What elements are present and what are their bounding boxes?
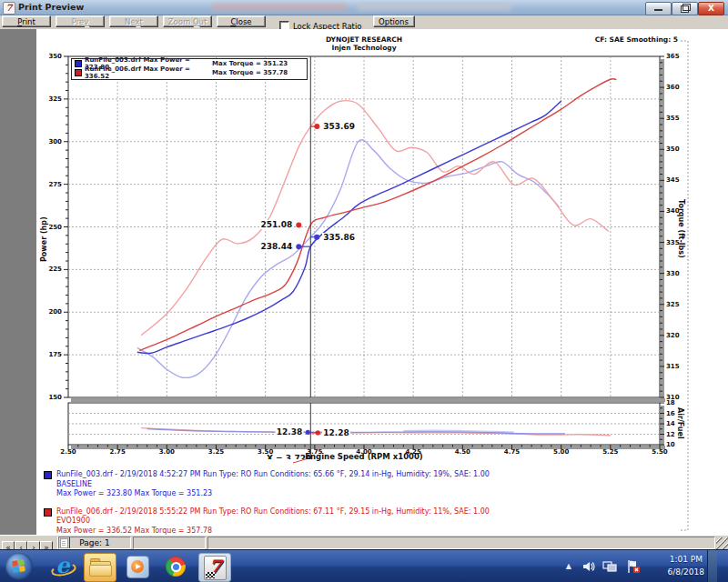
toolbar-button-options[interactable]: Options [373,15,415,27]
run-swatch [44,508,52,517]
y-axis-label-airfuel: Air/Fuel [676,407,684,439]
rpm-tick-label: 3.00 [159,448,175,456]
run-name: BASELINE [56,480,490,490]
airfuel-tick-label: 16 [666,410,675,417]
airfuel-tick-label: 18 [666,399,675,406]
rpm-tick-label: 5.00 [553,448,569,456]
rpm-tick-label: 5.25 [602,448,618,456]
chart-subtitle: Injen Technology [331,44,396,52]
taskbar: e 7 ▲ [0,549,728,582]
callout-value: 251.08 [260,220,294,229]
rpm-tick-label: 4.50 [455,448,470,456]
titlebar-redacted-text [357,4,511,11]
chart-correction-note: CF: SAE Smoothing: 5 [595,35,678,44]
window-titlebar: 7 Print Preview X [0,0,728,15]
torque-tick-label: 315 [666,363,680,370]
network-icon[interactable] [602,560,617,573]
toolbar-button-next[interactable]: Next [109,15,158,27]
torque-tick-label: 335 [666,239,680,246]
power-tick-label: 225 [48,266,62,273]
window-title: Print Preview [18,2,84,12]
checkered-flag-icon [206,572,215,578]
restore-button[interactable] [672,2,698,15]
torque-tick-label: 365 [666,53,680,60]
media-player-icon [126,556,149,578]
run-info: RunFile_003.drf - 2/19/2018 4:52:27 PM R… [44,470,490,499]
statusbar: «‹›» Page: 1 [0,535,728,550]
print-preview-toolbar: PrintPrevNextZoom OutCloseLock Aspect Ra… [0,15,728,30]
play-icon [131,560,144,573]
torque-tick-label: 345 [666,176,680,184]
run-info: RunFile_006.drf - 2/19/2018 5:55:22 PM R… [44,507,490,537]
page-indicator: Page: 1 [58,537,131,549]
callout-value: 12.38 [276,427,303,436]
torque-tick-label: 360 [666,84,680,91]
close-icon: X [699,3,723,15]
toolbar-button-print[interactable]: Print [2,15,51,27]
windows-logo-icon [12,559,26,574]
toolbar-button-prev[interactable]: Prev [56,15,105,27]
torque-tick-label: 355 [666,115,680,122]
close-button[interactable]: X [698,2,724,15]
resize-grip[interactable] [716,537,728,549]
rpm-tick-label: 4.75 [504,448,520,456]
run-header: RunFile_006.drf - 2/19/2018 5:55:22 PM R… [56,507,490,517]
airfuel-tick-label: 12 [666,431,675,438]
legend-torque: Max Torque = 351.23 [212,60,288,67]
torque-tick-label: 330 [666,270,680,277]
torque-tick-label: 340 [666,207,680,215]
legend-swatch [75,60,82,67]
power-tick-label: 300 [48,138,62,146]
legend-row: RunFile_006.drf Max Power = 336.52Max To… [72,68,307,77]
rpm-tick-label: 5.50 [652,448,667,456]
cursor-x-readout: X = 3.729 [267,454,311,459]
preview-background [0,29,36,535]
folder-icon [89,565,112,577]
y-axis-label-power: Power (hp) [40,216,48,262]
chart-legend: RunFile_003.drf Max Power = 323.80Max To… [71,58,308,80]
run-swatch [44,471,52,479]
callout-value: 238.44 [260,242,294,251]
taskbar-item-winpep7[interactable]: 7 [198,553,231,582]
taskbar-item-internet-explorer[interactable]: e [47,553,78,580]
run-header: RunFile_003.drf - 2/19/2018 4:52:27 PM R… [56,470,490,480]
airfuel-tick-label: 14 [666,420,675,427]
rpm-tick-label: 2.75 [110,448,126,456]
power-tick-label: 325 [48,95,62,103]
run-name: EVO1900 [56,517,490,527]
run-info-block: RunFile_003.drf - 2/19/2018 4:52:27 PM R… [44,470,490,544]
rpm-tick-label: 2.50 [60,448,76,456]
start-button[interactable] [5,553,33,580]
callout-value: 12.28 [322,428,349,437]
taskbar-clock[interactable]: 1:01 PM 6/8/2018 [668,553,704,578]
legend-torque: Max Torque = 357.78 [212,69,288,76]
winpep7-icon: 7 [204,556,227,580]
toolbar-button-zoom-out[interactable]: Zoom Out [163,15,212,27]
rpm-tick-label: 3.25 [208,448,224,456]
torque-tick-label: 320 [666,332,680,339]
power-tick-label: 200 [48,308,62,316]
hidden-icons-arrow[interactable]: ▲ [566,562,571,571]
legend-swatch [75,69,82,76]
callout-value: 353.69 [322,122,356,131]
statusbar-panel [133,537,206,549]
taskbar-item-file-explorer[interactable] [84,553,116,582]
power-tick-label: 275 [48,181,62,188]
clock-date: 6/8/2018 [668,566,704,578]
chart-title: DYNOJET RESEARCH [326,35,402,44]
taskbar-item-chrome[interactable] [160,553,191,580]
volume-icon[interactable] [582,560,595,573]
statusbar-panel [207,537,715,549]
minimize-button[interactable] [645,2,672,15]
show-desktop-button[interactable] [707,550,717,582]
power-tick-label: 250 [48,224,62,231]
taskbar-item-media-player[interactable] [122,553,153,580]
torque-tick-label: 325 [666,301,680,308]
toolbar-button-close[interactable]: Close [217,15,266,27]
rpm-tick-label: 4.00 [356,448,371,456]
chrome-icon [166,557,186,577]
rpm-tick-label: 4.25 [406,448,421,456]
clock-time: 1:01 PM [668,553,704,566]
desktop: 7 Print Preview X PrintPrevNextZoom OutC… [0,0,728,582]
action-center-flag-icon[interactable] [626,559,641,574]
